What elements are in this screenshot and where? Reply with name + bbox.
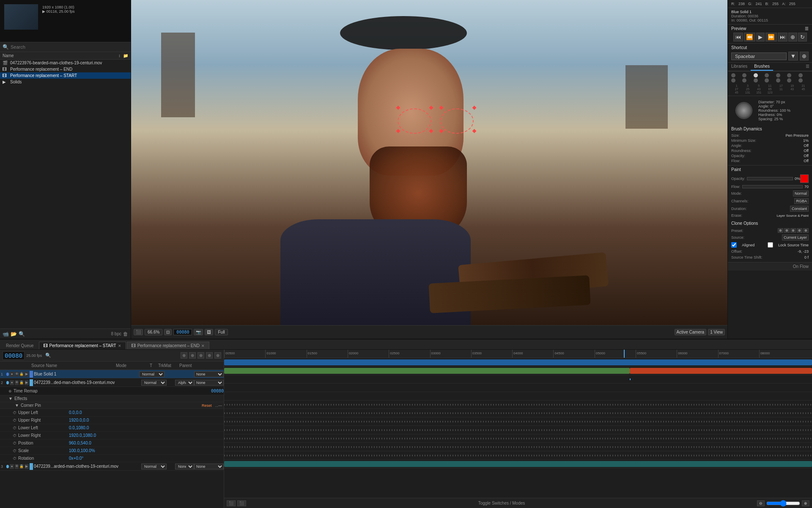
mask-point-1[interactable] (396, 105, 401, 110)
brush-preset-5[interactable] (776, 73, 780, 77)
camera-view-btn[interactable]: Active Camera (675, 329, 707, 335)
current-time-display[interactable]: 00080 (173, 329, 192, 335)
views-btn[interactable]: 1 View (708, 329, 725, 335)
layer-3-solo[interactable]: ● (10, 464, 14, 469)
layer-2-solo[interactable]: ● (10, 380, 14, 385)
add-marker-btn[interactable]: ⬛ (227, 500, 236, 506)
layer-row-3[interactable]: 3 ● 👁 🔒 ▶ 0472239...arded-man-clothes-19… (0, 462, 224, 471)
toggle-switches-label[interactable]: Toggle Switches / Modes (478, 501, 525, 505)
paint-color-swatch[interactable] (800, 174, 809, 183)
render-queue-tab[interactable]: Render Queue (2, 342, 38, 349)
source-dropdown[interactable]: Current Layer (782, 235, 809, 240)
first-frame-btn[interactable]: ⏮ (733, 33, 743, 41)
brush-preset-7[interactable] (798, 73, 803, 77)
prop-lower-left[interactable]: ⏱ Lower Left 0.0,1080.0 (0, 424, 224, 432)
brush-preset-6[interactable] (787, 73, 791, 77)
stopwatch-icon-5[interactable]: ⏱ (13, 441, 16, 445)
close-tab-icon-2[interactable]: ✕ (201, 344, 205, 348)
brush-preset-11[interactable] (765, 78, 769, 83)
sort-icon[interactable]: ↕ (118, 53, 121, 58)
mask-point-8[interactable] (472, 129, 477, 133)
brush-preset-12[interactable] (776, 78, 780, 83)
perf-end-tab[interactable]: 🎞 Performance replacement – END ✕ (127, 342, 209, 349)
layer-opt-btn[interactable]: ⬛ (237, 500, 246, 506)
folder-icon[interactable]: 📂 (11, 331, 17, 337)
layer-tool-3[interactable]: ⊕ (198, 352, 204, 359)
brushes-tab[interactable]: Brushes (751, 63, 773, 71)
brush-preset-10[interactable] (754, 78, 758, 83)
clone-preset-1[interactable]: ⊛ (778, 228, 783, 233)
stopwatch-icon-7[interactable]: ⏱ (13, 456, 16, 461)
track-bar-layer-3[interactable] (224, 461, 812, 467)
search-layers-btn[interactable]: 🔍 (45, 353, 51, 358)
timecode-display[interactable]: 00080 (3, 351, 25, 360)
clone-preset-3[interactable]: ⊛ (790, 228, 796, 233)
prop-upper-left[interactable]: ⏱ Upper Left 0.0,0.0 (0, 409, 224, 417)
show-snapshot-btn[interactable]: 🖼 (205, 329, 213, 335)
new-folder-icon[interactable]: 📁 (123, 53, 128, 58)
layer-1-solo[interactable]: ● (10, 372, 14, 377)
layer-3-visible[interactable]: 👁 (15, 464, 19, 469)
layer-tool-4[interactable]: ⊕ (206, 352, 213, 359)
search-bottom-icon[interactable]: 🔍 (19, 331, 25, 337)
shortcut-arrow-btn[interactable]: ▼ (788, 52, 798, 61)
stopwatch-icon-4[interactable]: ⏱ (13, 433, 16, 438)
stopwatch-icon-2[interactable]: ⏱ (13, 418, 16, 422)
brush-preset-1[interactable] (731, 73, 735, 77)
track-bar-layer-2-orange[interactable] (630, 368, 812, 374)
stopwatch-icon-6[interactable]: ⏱ (13, 449, 16, 453)
close-tab-icon[interactable]: ✕ (118, 344, 121, 348)
prop-rotation[interactable]: ⏱ Rotation 0x+0.0° (0, 455, 224, 462)
layer-1-color-dot[interactable] (6, 373, 9, 376)
layer-3-mode[interactable]: Normal (141, 464, 167, 469)
layer-tool-2[interactable]: ⊕ (189, 352, 196, 359)
brush-preset-3[interactable] (754, 73, 758, 77)
snapshot-btn[interactable]: 📷 (194, 329, 203, 335)
mask-point-7[interactable] (439, 129, 444, 133)
timeline-zoom-in[interactable]: ⊕ (802, 500, 809, 506)
timeline-ruler[interactable]: 00500 01000 01500 02000 02500 03000 0350… (224, 350, 812, 358)
shortcut-options-btn[interactable]: ⊕ (800, 52, 809, 61)
preview-viewport[interactable] (131, 0, 727, 325)
quality-display[interactable]: Full (215, 329, 228, 335)
layer-tool-5[interactable]: ⊕ (214, 352, 221, 359)
project-item-mov[interactable]: 🎬 047223976-bearded-man-clothes-19-centu… (0, 60, 131, 66)
brush-preset-2[interactable] (742, 73, 746, 77)
track-bar-layer-2-green[interactable] (224, 368, 630, 374)
playhead[interactable] (624, 350, 625, 358)
layer-3-parent[interactable]: None (194, 464, 224, 469)
perf-start-tab[interactable]: 🎞 Performance replacement – START ✕ (39, 342, 126, 349)
clone-preset-2[interactable]: ⊛ (784, 228, 790, 233)
zoom-level[interactable]: 66.6% (145, 329, 162, 335)
delete-icon[interactable]: 🗑 (123, 331, 128, 337)
next-frame-btn[interactable]: ⏩ (765, 33, 777, 41)
layer-2-expand[interactable]: ▶ (25, 380, 29, 385)
effects-group-header[interactable]: ▼ Effects (0, 395, 224, 402)
mask-point-4[interactable] (429, 129, 433, 133)
stopwatch-icon-3[interactable]: ⏱ (13, 426, 16, 430)
brushes-menu-icon[interactable]: ☰ (803, 63, 812, 71)
new-comp-icon[interactable]: 📹 (3, 331, 9, 337)
layer-2-alpha[interactable]: Alpha (175, 380, 194, 386)
ram-preview-btn[interactable]: ⊕ (788, 33, 797, 41)
time-remap-keyframe[interactable] (630, 378, 631, 380)
mask-point-6[interactable] (472, 105, 477, 110)
project-item-perf-start[interactable]: 🎞 Performance replacement – START (0, 72, 131, 79)
loop-btn[interactable]: ↻ (798, 33, 807, 41)
clone-preset-4[interactable]: ⊛ (797, 228, 802, 233)
brush-preset-9[interactable] (742, 78, 746, 83)
lock-source-checkbox[interactable] (768, 242, 773, 248)
project-item-perf-end[interactable]: 🎞 Performance replacement – END (0, 66, 131, 72)
brush-preset-8[interactable] (731, 78, 735, 83)
layer-row-1[interactable]: 1 ● 👁 🔒 ▶ Blue Solid 1 Normal (0, 370, 224, 378)
layer-2-lock[interactable]: 🔒 (19, 380, 24, 385)
libraries-tab[interactable]: Libraries (728, 63, 751, 71)
prop-scale[interactable]: ⏱ Scale 100.0,100.0% (0, 447, 224, 455)
layer-1-mode[interactable]: Normal (139, 371, 165, 377)
prop-lower-right[interactable]: ⏱ Lower Right 1920.0,1080.0 (0, 432, 224, 439)
corner-pin-expand-icon[interactable]: ▼ (15, 403, 19, 408)
fit-to-comp-btn[interactable]: ⊡ (164, 329, 172, 335)
layer-1-visible[interactable]: 👁 (15, 372, 19, 377)
layer-2-parent[interactable]: None (194, 380, 224, 386)
layer-2-color-dot[interactable] (6, 381, 9, 384)
